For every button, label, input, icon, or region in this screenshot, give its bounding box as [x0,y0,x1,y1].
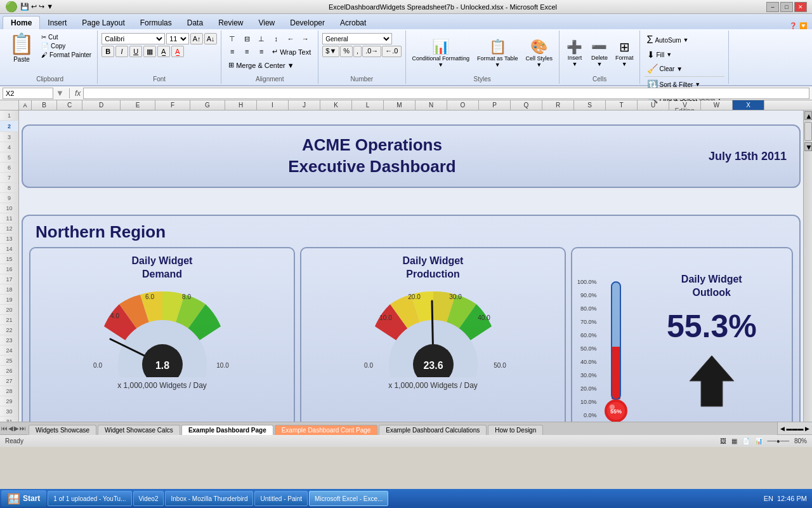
minimize-btn[interactable]: – [766,2,779,12]
zoom-slider[interactable]: ──●── [768,438,789,444]
indent-increase-btn[interactable]: → [298,33,312,44]
sheet-tab-widgets-showcase[interactable]: Widgets Showcase [29,425,96,435]
taskbar-item-excel[interactable]: Microsoft Excel - Exce... [309,491,388,506]
row-8[interactable]: 8 [0,183,18,193]
row-15[interactable]: 15 [0,254,18,264]
sheet-tab-how-to-design[interactable]: How to Design [488,425,543,435]
col-b[interactable]: B [32,100,57,110]
tab-page-layout[interactable]: Page Layout [74,17,132,29]
row-9[interactable]: 9 [0,193,18,203]
paste-button[interactable]: 📋 Paste [6,33,37,61]
decimal-inc-btn[interactable]: .0→ [362,46,381,57]
row-22[interactable]: 22 [0,325,18,335]
minimize-ribbon-icon[interactable]: 🔽 [799,22,807,29]
col-u[interactable]: U [638,100,669,110]
row-20[interactable]: 20 [0,305,18,315]
format-cells-button[interactable]: ⊞ Format ▼ [613,38,636,69]
row-31[interactable]: 31 [0,417,18,422]
taskbar-item-paint[interactable]: Untitled - Paint [254,491,308,506]
autosum-button[interactable]: Σ AutoSum ▼ [645,33,691,47]
tab-developer[interactable]: Developer [282,17,332,29]
row-25[interactable]: 25 [0,356,18,366]
taskbar-item-uploaded[interactable]: 1 of 1 uploaded - YouTu... [48,491,131,506]
corner-cell[interactable] [0,100,19,110]
row-14[interactable]: 14 [0,244,18,254]
wrap-text-button[interactable]: ↵Wrap Text [269,46,314,58]
align-middle-btn[interactable]: ⊟ [240,33,254,44]
col-o[interactable]: O [447,100,479,110]
close-btn[interactable]: ✕ [794,2,807,12]
insert-cells-button[interactable]: ➕ Insert ▼ [563,38,586,69]
cell-reference-box[interactable] [3,88,53,99]
currency-btn[interactable]: $▼ [322,46,339,57]
border-btn[interactable]: ▦ [143,46,156,57]
sheet-tab-example-dashboard-cont[interactable]: Example Dashboard Cont Page [275,425,378,435]
align-bottom-btn[interactable]: ⊥ [254,33,268,44]
tab-acrobat[interactable]: Acrobat [332,17,374,29]
row-18[interactable]: 18 [0,284,18,295]
underline-btn[interactable]: U [129,46,142,57]
comma-btn[interactable]: , [353,46,362,57]
col-r[interactable]: R [542,100,574,110]
col-g[interactable]: G [190,100,225,110]
row-21[interactable]: 21 [0,315,18,325]
cut-button[interactable]: ✂Cut [39,33,93,41]
sheet-tab-example-dashboard[interactable]: Example Dashboard Page [181,425,273,435]
row-19[interactable]: 19 [0,295,18,305]
italic-btn[interactable]: I [115,46,128,57]
help-icon[interactable]: ❓ [789,22,797,29]
tab-view[interactable]: View [251,17,282,29]
indent-decrease-btn[interactable]: ← [284,33,298,44]
col-i[interactable]: I [257,100,289,110]
format-as-table-button[interactable]: 📋 Format as Table ▼ [475,37,520,69]
font-grow-btn[interactable]: A↑ [190,33,203,44]
col-d[interactable]: D [82,100,121,110]
clear-button[interactable]: 🧹 Clear ▼ [645,62,686,75]
merge-center-button[interactable]: ⊞Merge & Center▼ [225,59,298,71]
row-6[interactable]: 6 [0,163,18,173]
font-color-btn[interactable]: A̲ [171,46,184,57]
cell-styles-button[interactable]: 🎨 Cell Styles ▼ [523,37,555,69]
col-v[interactable]: V [669,100,701,110]
row-1[interactable]: 1 [0,110,18,121]
vertical-scrollbar[interactable]: ▲ ▼ [803,110,812,422]
col-a[interactable]: A [19,100,32,110]
align-right-btn[interactable]: ≡ [254,46,268,57]
number-format-select[interactable]: General [322,33,392,44]
font-size-select[interactable]: 11 [166,33,189,44]
fill-color-btn[interactable]: A̲ [157,46,170,57]
col-h[interactable]: H [225,100,257,110]
tab-home[interactable]: Home [3,16,40,29]
start-button[interactable]: 🪟 Start [1,490,46,507]
copy-button[interactable]: 📄Copy [39,42,93,50]
row-10[interactable]: 10 [0,203,18,213]
sheet-tab-widget-calcs[interactable]: Widget Showcase Calcs [98,425,180,435]
row-30[interactable]: 30 [0,406,18,417]
font-name-select[interactable]: Calibri [102,33,165,44]
font-shrink-btn[interactable]: A↓ [204,33,217,44]
row-12[interactable]: 12 [0,224,18,234]
taskbar-item-video2[interactable]: Video2 [133,491,164,506]
col-l[interactable]: L [352,100,384,110]
tab-nav-prev[interactable]: ◀ [8,425,13,432]
delete-cells-button[interactable]: ➖ Delete ▼ [588,38,611,69]
row-5[interactable]: 5 [0,152,18,163]
formula-input[interactable] [83,88,809,99]
tab-nav-last[interactable]: ⏭ [20,425,26,432]
col-x[interactable]: X [733,100,764,110]
row-26[interactable]: 26 [0,366,18,376]
col-s[interactable]: S [574,100,606,110]
align-top-btn[interactable]: ⊤ [225,33,239,44]
row-28[interactable]: 28 [0,386,18,396]
row-13[interactable]: 13 [0,234,18,244]
row-16[interactable]: 16 [0,264,18,274]
col-q[interactable]: Q [511,100,542,110]
text-direction-btn[interactable]: ↕ [269,33,283,44]
row-3[interactable]: 3 [0,132,18,142]
row-23[interactable]: 23 [0,335,18,345]
taskbar-item-thunderbird[interactable]: Inbox - Mozilla Thunderbird [165,491,253,506]
expand-formula-icon[interactable]: ▼ [56,88,64,98]
col-j[interactable]: J [289,100,320,110]
row-4[interactable]: 4 [0,142,18,152]
view-page-layout[interactable]: 📄 [742,438,750,444]
